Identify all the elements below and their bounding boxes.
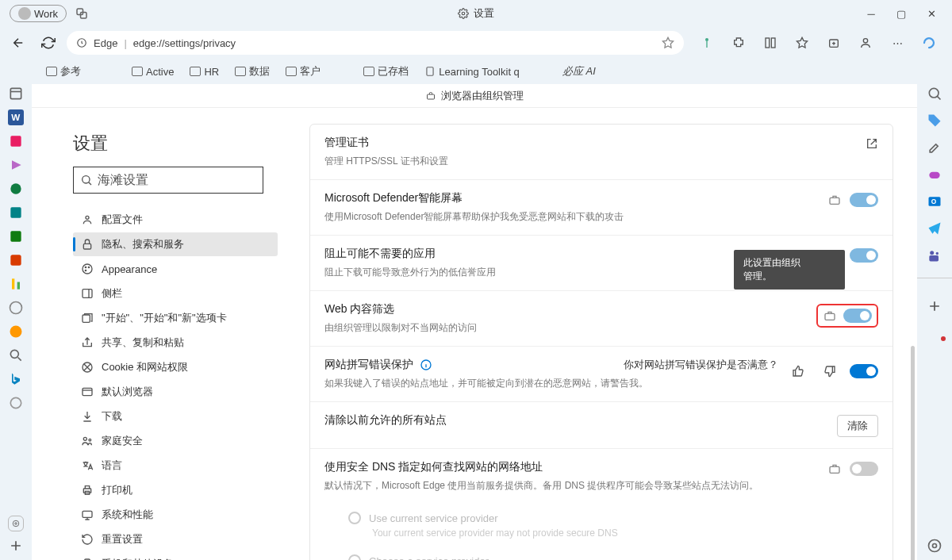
svg-point-25 [10,397,21,408]
sidebar-item-system[interactable]: 系统和性能 [73,503,278,527]
bookmark-item-3[interactable]: 数据 [228,61,276,82]
telegram-icon[interactable] [927,221,942,236]
toggle-web-filter[interactable] [843,309,872,323]
sidebar-item-share[interactable]: 共享、复制和粘贴 [73,331,278,355]
pinned-tab-icon[interactable] [8,300,24,316]
minimize-button[interactable]: ─ [865,8,877,20]
favorites-icon[interactable] [790,31,814,55]
collections-icon[interactable] [822,31,846,55]
profile-label: Work [34,8,58,20]
settings-search-input[interactable] [98,173,256,187]
extensions-icon[interactable] [727,31,750,55]
settings-sidebar: 设置 配置文件 隐私、搜索和服务 Appearance [32,108,301,560]
external-link-icon[interactable] [866,137,878,150]
games-icon[interactable] [927,167,942,182]
row-manage-certificates[interactable]: 管理证书 管理 HTTPS/SSL 证书和设置 [310,125,892,179]
thumbs-up-button[interactable] [786,359,810,383]
pinned-tab-icon[interactable] [8,228,24,244]
workspaces-icon[interactable] [75,6,89,21]
shopping-tag-icon[interactable] [927,113,942,128]
profile-switcher[interactable]: Work [10,5,67,22]
copilot-icon[interactable] [917,31,941,55]
thumbs-down-button[interactable] [818,359,842,383]
sidebar-item-sidebar[interactable]: 侧栏 [73,282,278,305]
scrollbar-thumb[interactable] [911,346,915,560]
extension-tree-icon[interactable] [695,31,719,55]
sidebar-item-printers[interactable]: 打印机 [73,478,278,502]
tools-icon[interactable] [927,140,942,155]
address-bar[interactable]: Edge | edge://settings/privacy [67,31,684,55]
back-button[interactable] [6,31,30,55]
svg-rect-37 [83,315,90,322]
toggle-typo-protection[interactable] [850,364,878,378]
pinned-tab-icon[interactable] [8,324,24,339]
family-icon [81,435,94,447]
sidebar-item-appearance[interactable]: Appearance [73,257,278,281]
svg-point-34 [88,267,89,267]
search-icon[interactable] [927,86,942,102]
bookmark-item-6[interactable]: Learning Toolkit q [418,63,526,81]
maximize-button[interactable]: ▢ [895,8,908,20]
sidebar-item-phone[interactable]: 手机和其他设备 [73,552,278,560]
info-icon[interactable] [420,359,432,371]
tab-actions-icon[interactable] [8,86,24,102]
more-menu-icon[interactable]: ⋯ [885,31,909,55]
close-button[interactable]: ✕ [925,8,938,20]
download-icon [81,410,94,423]
sidebar-item-downloads[interactable]: 下载 [73,405,278,428]
bookmark-item-0[interactable]: 参考 [40,61,87,82]
svg-marker-15 [12,160,21,170]
sidebar-item-reset[interactable]: 重置设置 [73,527,278,551]
svg-point-26 [15,523,17,525]
svg-rect-21 [17,282,20,290]
sidebar-item-privacy[interactable]: 隐私、搜索和服务 [73,232,278,256]
pinned-tab-icon[interactable] [8,395,24,411]
pinned-tab-icon[interactable] [8,276,24,292]
toggle-defender[interactable] [850,193,878,207]
pinned-tab-icon[interactable] [8,252,24,268]
pinned-tab-icon[interactable] [8,347,24,363]
svg-point-52 [929,88,939,98]
svg-rect-6 [766,38,770,48]
bookmark-item-2[interactable]: HR [183,63,225,81]
pinned-tab-icon[interactable] [8,205,24,221]
outlook-icon[interactable]: O [927,194,942,209]
sidebar-item-start[interactable]: "开始"、"开始"和"新"选项卡 [73,306,278,330]
sidebar-settings-gear-icon[interactable] [927,538,942,554]
svg-rect-12 [10,88,21,98]
add-sidebar-icon[interactable] [927,298,942,314]
refresh-button[interactable] [36,31,60,55]
bookmark-item-7[interactable]: 必应 AI [556,61,602,82]
toggle-secure-dns[interactable] [850,462,878,476]
sidebar-item-languages[interactable]: 语言 [73,454,278,478]
profile-icon[interactable] [854,31,877,55]
favorite-star-icon[interactable] [662,36,674,49]
pinned-tab-icon[interactable] [8,157,24,173]
bookmark-item-1[interactable]: Active [125,63,180,81]
pinned-tab-word-icon[interactable]: W [8,109,24,125]
sidebar-item-family[interactable]: 家庭安全 [73,429,278,453]
managed-by-org-banner[interactable]: 浏览器由组织管理 [32,84,917,108]
split-screen-icon[interactable] [758,31,782,55]
tabs-icon [81,312,94,324]
reset-icon [81,533,94,546]
tab-settings-gear-icon[interactable] [8,516,24,531]
pinned-tab-icon[interactable] [8,133,24,149]
sidebar-item-profile[interactable]: 配置文件 [73,208,278,232]
pinned-tab-bing-icon[interactable] [8,371,24,387]
dns-option-current-provider: Use current service provider [310,504,892,527]
sidebar-item-cookies[interactable]: Cookie 和网站权限 [73,355,278,379]
settings-search-box[interactable] [73,167,263,194]
toggle-unwanted-apps[interactable] [850,248,878,263]
bookmark-item-5[interactable]: 已存档 [357,61,415,82]
svg-text:W: W [11,112,20,122]
clear-button[interactable]: 清除 [837,415,878,437]
pinned-tab-icon[interactable] [8,181,24,197]
row-secure-dns: 使用安全 DNS 指定如何查找网站的网络地址 默认情况下，Microsoft E… [310,448,892,504]
svg-rect-44 [83,511,92,517]
bookmark-item-4[interactable]: 客户 [279,61,327,82]
new-tab-plus-icon[interactable] [8,538,24,554]
sidebar-item-default-browser[interactable]: 默认浏览器 [73,380,278,404]
teams-icon[interactable] [927,247,942,263]
svg-marker-8 [797,37,807,48]
